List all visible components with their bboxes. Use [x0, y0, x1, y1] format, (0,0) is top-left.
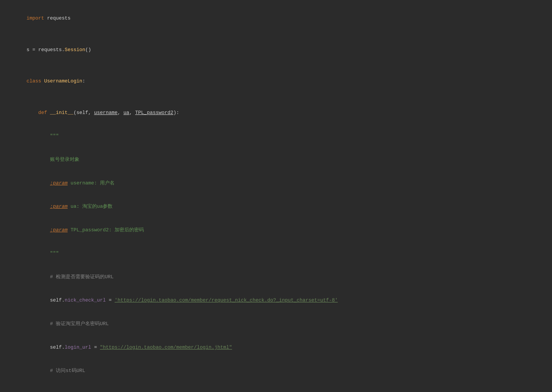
line-comment-nick: # 检测是否需要验证码的URL	[0, 265, 552, 289]
line-vst-url: self.vst_url = 'https://login.taobao.com…	[0, 382, 552, 392]
line-doc-param1: :param username: 用户名	[0, 171, 552, 195]
line-comment-vst: # 访问st码URL	[0, 359, 552, 383]
attr-nick-check-url: nick_check_url	[65, 298, 106, 303]
line-class: class UsernameLogin:	[0, 70, 552, 93]
attr-login-url: login_url	[65, 345, 91, 350]
param-keyword-username: :param	[50, 181, 68, 186]
line-session: s = requests.Session()	[0, 38, 552, 62]
line-doc-param3: :param TPL_password2: 加密后的密码	[0, 218, 552, 242]
string-nick-url: 'https://login.taobao.com/member/request…	[115, 298, 338, 303]
line-doc-param2: :param ua: 淘宝的ua参数	[0, 195, 552, 218]
line-docopen: """	[0, 125, 552, 148]
class-name: UsernameLogin	[44, 78, 82, 84]
param-keyword-ua: :param	[50, 204, 68, 209]
code-editor: import requests s = requests.Session() c…	[0, 4, 552, 392]
line-blank3	[0, 93, 552, 101]
string-login-url: "https://login.taobao.com/member/login.j…	[100, 345, 232, 350]
line-doc1: 账号登录对象	[0, 148, 552, 172]
keyword-class: class	[27, 78, 41, 84]
fn-session: Session	[65, 47, 85, 53]
keyword-import: import	[27, 15, 44, 21]
line-docclose: """	[0, 242, 552, 265]
fn-init: __init__	[50, 110, 74, 116]
line-comment-login: # 验证淘宝用户名密码URL	[0, 312, 552, 336]
line-blank	[0, 30, 552, 38]
param-keyword-pass: :param	[50, 227, 68, 233]
line-blank2	[0, 62, 552, 70]
line-import: import requests	[0, 7, 552, 30]
line-login-url: self.login_url = "https://login.taobao.c…	[0, 336, 552, 359]
line-init-def: def __init__(self, username, ua, TPL_pas…	[0, 101, 552, 125]
keyword-def: def	[38, 110, 47, 116]
line-nick-check-url: self.nick_check_url = 'https://login.tao…	[0, 289, 552, 312]
